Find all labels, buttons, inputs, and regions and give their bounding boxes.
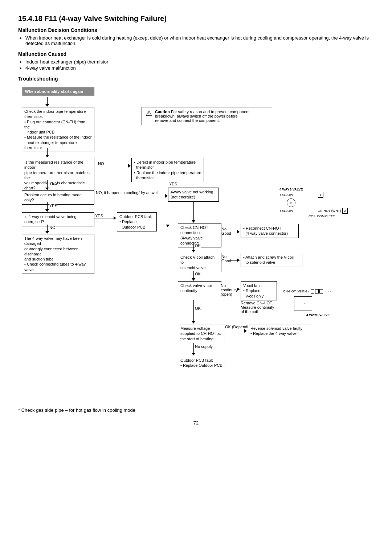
malfunction-caused-item-2: 4-way valve malfunction: [25, 65, 374, 71]
label-no-supply: No supply: [195, 344, 213, 349]
malfunction-caused-section: Malfunction Caused Indoor heat exchanger…: [18, 51, 374, 71]
label-no-box3: NO, it happen in cooling/dry as well: [96, 190, 158, 195]
arrowhead-voltage-no-supply: [192, 353, 195, 356]
label-ok-vcoil-attach: OK: [195, 272, 201, 276]
footer-note: * Check gas side pipe – for hot gas flow…: [18, 407, 374, 413]
label-yes-box2: YES: [49, 181, 57, 185]
box-4way-not-working: 4-way valve not working (not energize): [168, 188, 219, 202]
label-no-box4: NO: [49, 225, 56, 230]
arrowhead-cnhot-ok: [192, 250, 195, 253]
caution-icon: ⚠: [146, 110, 152, 117]
box-check-vcoil-attach: Check V-coil attach to solenoid valve: [178, 253, 221, 272]
label-no-continuity: Nocontinuity(open): [221, 283, 237, 296]
arrow-box2-no: [94, 166, 131, 166]
label-no-cnhot: NoGood: [221, 227, 231, 235]
arrow-continuity-ok: [193, 300, 194, 322]
arrow-voltage-no-supply: [193, 343, 194, 354]
arrowhead-box1-to-box2: [45, 155, 49, 157]
arrow-4way-to-cnhot: [193, 202, 194, 221]
caution-box: ⚠ Caution For safety reason and to preve…: [142, 107, 272, 125]
malfunction-decision-text: When indoor heat exchanger is cold durin…: [25, 35, 374, 46]
valve-diagram-top: 4 WAYS VALVE YELLOW 1 ○ YELLOW CN-HOT (W…: [279, 188, 352, 218]
arrowhead-continuity-ok: [192, 321, 195, 324]
box-measure-voltage: Measure voltage supplied to CH-HOT at th…: [178, 324, 225, 343]
box-outdoor-pcb-bottom: Outdoor PCB fault • Replace Outdoor PCB: [178, 356, 225, 370]
arrowhead-vcoil-attach-ok: [192, 278, 195, 281]
start-box: When abnormality starts again: [22, 87, 94, 96]
label-no-box2: NO: [98, 161, 104, 166]
malfunction-decision-section: Malfunction Decision Conditions When ind…: [18, 27, 374, 46]
arrowhead-box2-yes: [45, 188, 49, 190]
arrowhead-start-to-box1: [45, 104, 49, 107]
arrowhead-yes-vertical: [166, 225, 170, 227]
arrowhead-box3-yes: [45, 209, 49, 212]
arrowhead-voltage-ok: [244, 329, 247, 333]
arrowhead-box4-no: [45, 231, 49, 234]
malfunction-decision-heading: Malfunction Decision Conditions: [18, 27, 374, 33]
arrow-box4-no: [47, 225, 48, 232]
label-yes-center: YES: [169, 182, 177, 186]
arrow-box2-yes: [47, 180, 48, 188]
arrowhead-box4-yes: [114, 216, 116, 220]
caution-content: Caution For safety reason and to prevent…: [155, 110, 249, 123]
arrow-vcoil-attach-ok: [193, 271, 194, 279]
box-4way-damage: The 4-way valve may have been damaged or…: [22, 234, 94, 274]
flowchart: When abnormality starts again Check the …: [18, 87, 374, 402]
label-yes-box3: YES: [49, 204, 57, 208]
box-reverse-solenoid: Reverse solenoid valve faulty • Replace …: [248, 324, 313, 338]
valve-diagram-bottom: CN-HOT (VHR-2) ··· → 4 WAYS VALVE: [283, 288, 356, 317]
arrowhead-cnhot-no: [237, 230, 240, 234]
page-title: 15.4.18 F11 (4-way Valve Switching Failu…: [18, 15, 374, 23]
box-attach-vcoil: • Attach and screw the V-coil to solenoi…: [241, 253, 302, 267]
arrow-no-to-4way: [113, 196, 168, 196]
box-reconnect-cnhot: • Reconnect CN-HOT (4-way valve connecto…: [241, 224, 299, 238]
arrowhead-box2-no: [128, 164, 131, 168]
box-outdoor-pcb: Outdoor PCB fault • Replace Outdoor PCB: [117, 212, 157, 231]
label-yes-box4: YES: [95, 214, 103, 218]
box-check-thermistor: Check the indoor pipe temperature thermi…: [22, 107, 94, 152]
arrow-yes-vertical: [168, 204, 168, 225]
label-ok-continuity: OK: [195, 306, 201, 311]
page-number: 72: [18, 420, 374, 426]
arrow-start-to-box1: [47, 97, 48, 105]
box-resistance-check: Is the measured resistance of the indoor…: [22, 158, 94, 193]
label-ok-cnhot: OK: [195, 243, 201, 248]
box-vcoil-fault: V-coil fault • Replace V-coil only: [241, 281, 277, 300]
label-no-vcoil-attach: NoGood: [221, 254, 231, 263]
arrowhead-no-to-4way: [165, 194, 168, 198]
arrow-box4-yes: [94, 218, 116, 218]
arrow-box1-to-box2: [47, 148, 48, 156]
arrowhead-vcoil-attach-no: [237, 258, 240, 262]
arrow-voltage-ok: [225, 331, 247, 331]
malfunction-caused-heading: Malfunction Caused: [18, 51, 374, 57]
arrow-cnhot-ok: [193, 243, 194, 251]
box-heating-mode: Problem occurs in heating mode only?: [22, 190, 94, 205]
arrow-box3-yes: [47, 202, 48, 210]
box-check-continuity: Check valve v-coil continuity: [178, 281, 221, 295]
arrowhead-4way-to-cnhot: [192, 220, 195, 223]
troubleshooting-heading: Troubleshooting: [18, 76, 374, 82]
box-defect-thermistor: • Defect in indoor pipe temperature ther…: [131, 158, 204, 182]
malfunction-caused-item-1: Indoor heat exchanger (pipe) thermistor: [25, 59, 374, 65]
arrow-box3-no-h: [94, 196, 113, 196]
troubleshooting-section: Troubleshooting: [18, 76, 374, 82]
box-solenoid-energised: Is 4-way solenoid valve being energised?: [22, 212, 94, 226]
